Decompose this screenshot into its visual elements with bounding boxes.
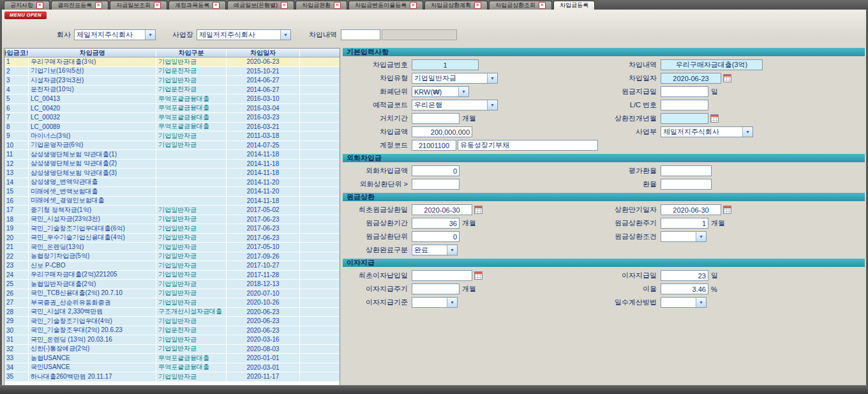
loan-type-select[interactable]: 기업일반자금 ▼: [412, 73, 498, 84]
fx-amount-input[interactable]: 0: [412, 165, 460, 176]
tab-item-9[interactable]: 차입금등록: [553, 1, 595, 10]
tab-item-1[interactable]: 결의전표등록✕: [51, 1, 108, 10]
complete-status-select[interactable]: 완료 ▼: [412, 245, 458, 255]
maturity-date-input[interactable]: 2020-06-30: [661, 204, 721, 215]
fx-unit-input[interactable]: [412, 179, 460, 190]
tab-item-3[interactable]: 계정과목등록✕: [168, 1, 226, 10]
loan-table-row[interactable]: 14삼성생명_변액약관대출2014-11-20: [4, 178, 340, 188]
loan-table-row[interactable]: 8LC_00089무역포괄금융대출2016-03-21: [4, 123, 340, 132]
chevron-down-icon[interactable]: ▼: [742, 127, 752, 137]
column-header-name[interactable]: 차입금명: [29, 49, 156, 57]
chevron-down-icon[interactable]: ▼: [487, 100, 497, 110]
chevron-down-icon[interactable]: ▼: [696, 232, 706, 241]
tab-item-2[interactable]: 자금일보조회✕: [110, 1, 167, 10]
tab-close-icon[interactable]: ✕: [539, 2, 546, 9]
interest-rate-input[interactable]: 3.46: [661, 284, 708, 294]
tab-item-7[interactable]: 차입금상환계획✕: [424, 1, 488, 10]
calendar-icon[interactable]: [723, 74, 731, 82]
currency-select[interactable]: KRW(₩) ▼: [412, 86, 469, 97]
loan-table-row[interactable]: 35하나대출260백만원 20.11.17기업일반자금2020-11-17: [4, 372, 340, 382]
repay-cycle-input[interactable]: 1: [661, 218, 708, 229]
loan-table-row[interactable]: 2기업기보(16억5천)기업운전자금2015-10-21: [4, 67, 340, 77]
loan-table-row[interactable]: 5LC_00413무역포괄금융대출2016-03-10: [4, 95, 340, 104]
chevron-down-icon[interactable]: ▼: [447, 298, 457, 307]
loan-table-row[interactable]: 3시설자금(23억3천)기업일반자금2014-06-27: [4, 76, 340, 86]
tab-close-icon[interactable]: ✕: [410, 2, 417, 9]
tab-close-icon[interactable]: ✕: [213, 2, 220, 9]
deposit-code-select[interactable]: 우리은행 ▼: [412, 100, 498, 110]
interest-cycle-input[interactable]: [412, 284, 460, 294]
loan-table-row[interactable]: 25농협일반자금대출(2억)기업일반자금2018-12-13: [4, 280, 340, 289]
loan-table-row[interactable]: 30국민_기술창조우대(2억) 20.6.23기업운전자금2020-06-23: [4, 326, 340, 336]
tab-close-icon[interactable]: ✕: [154, 2, 161, 9]
interest-pay-day-input[interactable]: 23: [661, 270, 708, 281]
menu-open-button[interactable]: MENU OPEN: [4, 11, 47, 19]
chevron-down-icon[interactable]: ▼: [280, 30, 290, 40]
grace-period-input[interactable]: [412, 113, 460, 124]
site-select[interactable]: 제일저지주식회사 ▼: [197, 29, 291, 40]
loan-table-row[interactable]: 11삼성생명단체보험 약관대출(1)2014-11-18: [4, 150, 340, 160]
tab-close-icon[interactable]: ✕: [36, 2, 43, 9]
loan-table-row[interactable]: 18국민_시설자금(23억3천)기업일반자금2017-06-23: [4, 215, 340, 225]
loan-table-row[interactable]: 16미래에셋_경영인보험대출2014-11-18: [4, 197, 340, 206]
loan-table-row[interactable]: 20국민_우수기술기업신용대출(4억)기업일반자금2017-06-23: [4, 234, 340, 243]
loan-table-row[interactable]: 31국민_온렌딩 (13억) 20.03.16기업일반자금2020-03-16: [4, 335, 340, 345]
chevron-down-icon[interactable]: ▼: [145, 30, 155, 40]
loan-table-row[interactable]: 1우리구매자금대출(3억)기업일반자금2020-06-23: [4, 57, 340, 67]
loan-table-row[interactable]: 7LC_00032무역포괄금융대출2016-03-23: [4, 113, 340, 123]
loan-table-row[interactable]: 10기업운영자금(6억)기업일반자금2014-07-25: [4, 141, 340, 151]
principal-pay-day-input[interactable]: [661, 86, 708, 97]
loan-table-row[interactable]: 34국민USANCE무역포괄금융대출2020-03-01: [4, 363, 340, 373]
tab-close-icon[interactable]: ✕: [281, 2, 288, 9]
tab-item-6[interactable]: 차입금변동이율등록✕: [348, 1, 423, 10]
redemption-ym-field[interactable]: [661, 113, 708, 124]
interest-basis-select[interactable]: ▼: [412, 297, 458, 308]
calendar-icon[interactable]: [474, 206, 483, 214]
loan-table-row[interactable]: 21국민_온렌딩(13억)기업일반자금2017-05-10: [4, 243, 340, 252]
division-select[interactable]: 제일저지주식회사 ▼: [661, 126, 753, 137]
day-count-select[interactable]: ▼: [661, 297, 707, 308]
loan-search-input[interactable]: [341, 29, 380, 40]
first-repay-date-input[interactable]: 2020-06-30: [412, 204, 472, 215]
calendar-icon[interactable]: [723, 206, 731, 214]
chevron-down-icon[interactable]: ▼: [487, 73, 497, 83]
loan-table-row[interactable]: 12삼성생명단체보험 약관대출(2)2014-11-18: [4, 160, 340, 169]
lc-no-input[interactable]: [661, 100, 708, 110]
loan-table-row[interactable]: 17중기청 정책자금(1억)기업일반자금2017-05-02: [4, 206, 340, 215]
loan-table-row[interactable]: 28국민_시설대 2,330백만원구조개선시설자금대출2020-06-23: [4, 308, 340, 317]
loan-table-row[interactable]: 33농협USANCE무역포괄금융대출2020-01-01: [4, 354, 340, 363]
loan-table-row[interactable]: 26국민_TCB신용대출(2억) 20.7.10기업일반자금2020-07-10: [4, 289, 340, 299]
loan-table-row[interactable]: 13삼성생명단체보험 약관대출(3)2014-11-18: [4, 169, 340, 178]
eval-rate-input[interactable]: [661, 165, 712, 176]
loan-table-row[interactable]: 15미래에셋_변액보험대출2014-11-20: [4, 187, 340, 197]
account-code-input[interactable]: 21001100: [412, 140, 456, 151]
account-name-field[interactable]: 유동성장기부채: [458, 140, 598, 151]
tab-close-icon[interactable]: ✕: [334, 2, 341, 9]
calendar-icon[interactable]: [474, 271, 483, 280]
loan-table-row[interactable]: 27부국증권_선순위유동화증권기업일반자금2020-10-26: [4, 298, 340, 308]
loan-table-row[interactable]: 22농협장기차입금(5억)기업일반자금2017-09-26: [4, 252, 340, 262]
loan-date-field[interactable]: 2020-06-23: [661, 73, 721, 84]
loan-table-row[interactable]: 32신한(-)통장예금(2억)기업일반자금2020-08-03: [4, 345, 340, 354]
tab-close-icon[interactable]: ✕: [474, 2, 481, 9]
tab-item-8[interactable]: 차입금상환조회✕: [489, 1, 552, 10]
chevron-down-icon[interactable]: ▼: [458, 87, 468, 96]
loan-amount-input[interactable]: 200,000,000: [412, 126, 472, 137]
ex-rate-input[interactable]: [661, 179, 712, 190]
loan-no-field[interactable]: 1: [412, 59, 479, 70]
loan-table-row[interactable]: 19국민_기술창조기업우대대출(6억)기업일반자금2017-06-23: [4, 224, 340, 234]
tab-item-0[interactable]: 공지사항✕: [4, 1, 50, 10]
column-header-date[interactable]: 차입일자: [227, 49, 300, 57]
first-interest-date-input[interactable]: [412, 270, 472, 281]
tab-close-icon[interactable]: ✕: [95, 2, 102, 9]
chevron-down-icon[interactable]: ▼: [447, 245, 457, 255]
loan-name-field[interactable]: 우리구매자금대출(3억): [661, 59, 763, 70]
tab-item-5[interactable]: 차입금현황✕: [296, 1, 347, 10]
loan-table-row[interactable]: 6LC_00420무역포괄금융대출2016-03-04: [4, 104, 340, 114]
calendar-icon[interactable]: [710, 114, 719, 123]
loan-table-row[interactable]: 24우리구매자금대출(2억)221205기업일반자금2017-11-28: [4, 271, 340, 280]
column-header-type[interactable]: 차입구분: [156, 49, 227, 57]
column-header-code[interactable]: 차입금코드: [4, 49, 29, 57]
loan-table-row[interactable]: 4운전자금(10억)기업운전자금2014-06-27: [4, 86, 340, 95]
loan-table-row[interactable]: 9마이너스(3억)기업일반자금2011-03-18: [4, 132, 340, 141]
